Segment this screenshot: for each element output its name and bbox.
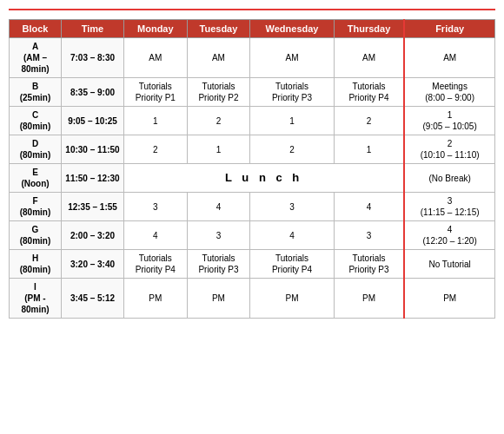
tuesday-cell: 3 bbox=[187, 221, 250, 250]
time-cell: 9:05 – 10:25 bbox=[62, 107, 124, 135]
tuesday-cell: AM bbox=[187, 38, 250, 78]
wednesday-cell: 2 bbox=[250, 135, 335, 164]
friday-cell: (No Break) bbox=[404, 164, 494, 193]
col-block: Block bbox=[10, 20, 62, 38]
friday-cell: 1 (9:05 – 10:05) bbox=[404, 107, 494, 135]
table-row: I (PM - 80min)3:45 – 5:12PMPMPMPMPM bbox=[10, 279, 495, 319]
tuesday-cell: 2 bbox=[187, 107, 250, 135]
thursday-cell: Tutorials Priority P4 bbox=[334, 78, 404, 107]
wednesday-cell: PM bbox=[250, 279, 335, 319]
block-cell: E (Noon) bbox=[10, 164, 62, 193]
thursday-cell: 3 bbox=[334, 221, 404, 250]
top-divider bbox=[9, 9, 495, 10]
lunch-cell: L u n c h bbox=[124, 164, 405, 193]
block-cell: B (25min) bbox=[10, 78, 62, 107]
table-header-row: Block Time Monday Tuesday Wednesday Thur… bbox=[10, 20, 495, 38]
tuesday-cell: PM bbox=[187, 279, 250, 319]
thursday-cell: 4 bbox=[334, 193, 404, 221]
col-monday: Monday bbox=[124, 20, 188, 38]
table-row: C (80min)9:05 – 10:2512121 (9:05 – 10:05… bbox=[10, 107, 495, 135]
wednesday-cell: Tutorials Priority P3 bbox=[250, 78, 335, 107]
time-cell: 8:35 – 9:00 bbox=[62, 78, 124, 107]
col-tuesday: Tuesday bbox=[187, 20, 250, 38]
col-time: Time bbox=[62, 20, 124, 38]
table-row: E (Noon)11:50 – 12:30L u n c h(No Break) bbox=[10, 164, 495, 193]
time-cell: 3:20 – 3:40 bbox=[62, 250, 124, 279]
block-cell: H (80min) bbox=[10, 250, 62, 279]
thursday-cell: 2 bbox=[334, 107, 404, 135]
wednesday-cell: AM bbox=[250, 38, 335, 78]
tuesday-cell: 4 bbox=[187, 193, 250, 221]
time-cell: 10:30 – 11:50 bbox=[62, 135, 124, 164]
friday-cell: 2 (10:10 – 11:10) bbox=[404, 135, 494, 164]
tuesday-cell: Tutorials Priority P3 bbox=[187, 250, 250, 279]
thursday-cell: PM bbox=[334, 279, 404, 319]
thursday-cell: 1 bbox=[334, 135, 404, 164]
friday-cell: PM bbox=[404, 279, 494, 319]
table-row: A (AM – 80min)7:03 – 8:30AMAMAMAMAM bbox=[10, 38, 495, 78]
friday-cell: AM bbox=[404, 38, 494, 78]
time-cell: 12:35 – 1:55 bbox=[62, 193, 124, 221]
wednesday-cell: 4 bbox=[250, 221, 335, 250]
friday-cell: 4 (12:20 – 1:20) bbox=[404, 221, 494, 250]
monday-cell: 3 bbox=[124, 193, 188, 221]
table-row: B (25min)8:35 – 9:00Tutorials Priority P… bbox=[10, 78, 495, 107]
friday-cell: No Tutorial bbox=[404, 250, 494, 279]
thursday-cell: AM bbox=[334, 38, 404, 78]
monday-cell: PM bbox=[124, 279, 188, 319]
friday-cell: 3 (11:15 – 12:15) bbox=[404, 193, 494, 221]
wednesday-cell: 3 bbox=[250, 193, 335, 221]
time-cell: 11:50 – 12:30 bbox=[62, 164, 124, 193]
wednesday-cell: 1 bbox=[250, 107, 335, 135]
tuesday-cell: 1 bbox=[187, 135, 250, 164]
table-row: H (80min)3:20 – 3:40Tutorials Priority P… bbox=[10, 250, 495, 279]
wednesday-cell: Tutorials Priority P4 bbox=[250, 250, 335, 279]
block-cell: G (80min) bbox=[10, 221, 62, 250]
friday-cell: Meetings (8:00 – 9:00) bbox=[404, 78, 494, 107]
col-wednesday: Wednesday bbox=[250, 20, 335, 38]
table-row: F (80min)12:35 – 1:5534343 (11:15 – 12:1… bbox=[10, 193, 495, 221]
monday-cell: Tutorials Priority P4 bbox=[124, 250, 188, 279]
timetable: Block Time Monday Tuesday Wednesday Thur… bbox=[9, 19, 495, 319]
time-cell: 7:03 – 8:30 bbox=[62, 38, 124, 78]
tuesday-cell: Tutorials Priority P2 bbox=[187, 78, 250, 107]
block-cell: C (80min) bbox=[10, 107, 62, 135]
monday-cell: AM bbox=[124, 38, 188, 78]
block-cell: F (80min) bbox=[10, 193, 62, 221]
block-cell: I (PM - 80min) bbox=[10, 279, 62, 319]
monday-cell: 4 bbox=[124, 221, 188, 250]
col-thursday: Thursday bbox=[334, 20, 404, 38]
table-row: D (80min)10:30 – 11:5021212 (10:10 – 11:… bbox=[10, 135, 495, 164]
time-cell: 3:45 – 5:12 bbox=[62, 279, 124, 319]
block-cell: D (80min) bbox=[10, 135, 62, 164]
time-cell: 2:00 – 3:20 bbox=[62, 221, 124, 250]
block-cell: A (AM – 80min) bbox=[10, 38, 62, 78]
col-friday: Friday bbox=[404, 20, 494, 38]
table-row: G (80min)2:00 – 3:2043434 (12:20 – 1:20) bbox=[10, 221, 495, 250]
monday-cell: Tutorials Priority P1 bbox=[124, 78, 188, 107]
monday-cell: 1 bbox=[124, 107, 188, 135]
thursday-cell: Tutorials Priority P3 bbox=[334, 250, 404, 279]
monday-cell: 2 bbox=[124, 135, 188, 164]
